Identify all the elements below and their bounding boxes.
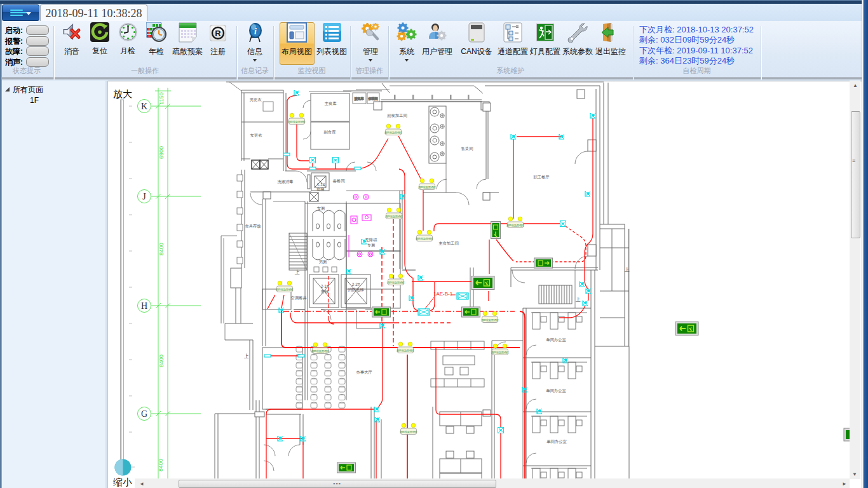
svg-text:女厕: 女厕: [317, 206, 325, 210]
svg-text:副食加工间: 副食加工间: [387, 113, 407, 118]
svg-text:售菜间: 售菜间: [461, 146, 473, 151]
svg-text:i: i: [254, 27, 257, 36]
svg-text:男厕: 男厕: [319, 259, 327, 264]
svg-text:单间办公室: 单间办公室: [546, 388, 566, 393]
svg-text:K: K: [141, 102, 147, 111]
svg-text:上: 上: [575, 297, 581, 302]
svg-text:备餐间: 备餐间: [333, 179, 345, 184]
svg-text:1150: 1150: [158, 92, 165, 104]
svg-text:1AE-B-1: 1AE-B-1: [433, 291, 453, 297]
svg-text:洗漱消毒: 洗漱消毒: [277, 179, 293, 184]
svg-text:6900: 6900: [158, 146, 165, 159]
svg-text:单间办公室: 单间办公室: [546, 337, 566, 342]
svg-text:空调餐井: 空调餐井: [290, 295, 307, 301]
svg-text:上: 上: [294, 269, 300, 275]
svg-text:食梯: 食梯: [316, 187, 325, 191]
svg-text:单间办公室: 单间办公室: [546, 439, 566, 444]
svg-text:无障碍: 无障碍: [365, 238, 378, 243]
svg-text:上: 上: [243, 353, 249, 359]
svg-text:G: G: [141, 409, 147, 419]
svg-text:办事大厅: 办事大厅: [356, 370, 372, 374]
svg-text:8400: 8400: [158, 355, 165, 367]
svg-text:R: R: [215, 29, 221, 38]
svg-text:2-2#: 2-2#: [352, 282, 360, 287]
svg-text:职工餐厅: 职工餐厅: [533, 175, 549, 179]
svg-text:8400: 8400: [158, 243, 165, 255]
svg-text:H: H: [141, 301, 147, 311]
svg-text:J: J: [142, 192, 146, 201]
svg-text:食具存放: 食具存放: [245, 224, 261, 229]
svg-text:放大: 放大: [113, 88, 132, 99]
svg-text:客梯: 客梯: [321, 289, 329, 294]
svg-text:1-1#: 1-1#: [317, 182, 325, 187]
svg-text:8400: 8400: [158, 459, 164, 471]
svg-text:2-1#: 2-1#: [321, 284, 329, 288]
svg-text:液氮库: 液氮库: [355, 97, 364, 101]
svg-text:主食加工间: 主食加工间: [438, 241, 458, 246]
svg-text:男更衣: 男更衣: [250, 97, 262, 102]
svg-text:上: 上: [624, 267, 630, 273]
svg-text:缩小: 缩小: [113, 477, 132, 487]
svg-text:主食库: 主食库: [325, 101, 337, 105]
svg-text:消防电梯: 消防电梯: [348, 287, 363, 292]
svg-text:修理间: 修理间: [368, 97, 378, 101]
svg-text:副食库: 副食库: [324, 130, 337, 134]
svg-text:专厕: 专厕: [367, 243, 376, 247]
svg-text:女更衣: 女更衣: [250, 133, 263, 137]
